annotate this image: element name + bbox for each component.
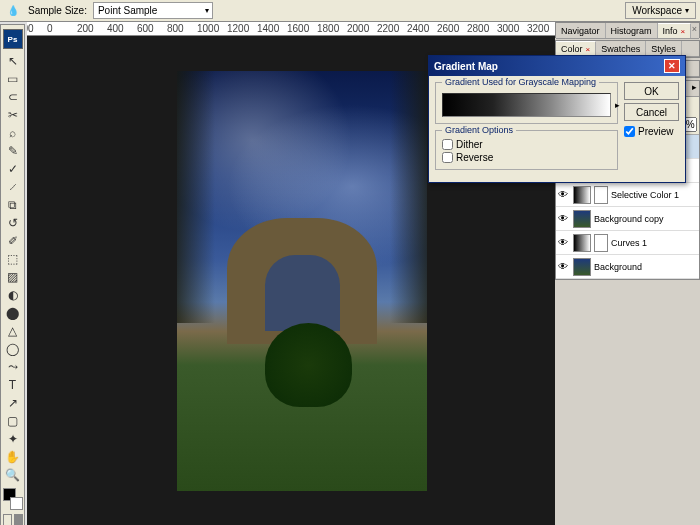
tool-21[interactable]: ✦ (3, 430, 23, 448)
quickmask-icons[interactable] (3, 514, 23, 525)
visibility-icon[interactable]: 👁 (558, 237, 570, 248)
layer-thumb[interactable] (573, 186, 591, 204)
layer-mask[interactable] (594, 234, 608, 252)
tab-color[interactable]: Color× (556, 41, 596, 56)
panel-close-icon[interactable]: × (692, 24, 697, 34)
tab-close-icon[interactable]: × (586, 45, 591, 54)
tool-23[interactable]: 🔍 (3, 466, 23, 484)
layer-name: Curves 1 (611, 238, 697, 248)
workspace-button[interactable]: Workspace (625, 2, 696, 19)
tool-2[interactable]: ⊂ (3, 88, 23, 106)
tool-13[interactable]: ◐ (3, 286, 23, 304)
tool-10[interactable]: ✐ (3, 232, 23, 250)
tool-22[interactable]: ✋ (3, 448, 23, 466)
tab-navigator[interactable]: Navigator (556, 23, 606, 38)
tool-17[interactable]: ⤳ (3, 358, 23, 376)
tool-5[interactable]: ✎ (3, 142, 23, 160)
gradient-preview[interactable] (442, 93, 611, 117)
tool-16[interactable]: ◯ (3, 340, 23, 358)
eyedropper-icon: 💧 (4, 2, 22, 20)
layer-row[interactable]: 👁Background (556, 255, 699, 279)
layer-name: Selective Color 1 (611, 190, 697, 200)
cancel-button[interactable]: Cancel (624, 103, 679, 121)
sample-size-dropdown[interactable]: Point Sample (93, 2, 213, 19)
panel-menu-icon[interactable]: ▸ (692, 82, 697, 92)
tool-3[interactable]: ✂ (3, 106, 23, 124)
tool-6[interactable]: ✓ (3, 160, 23, 178)
navigator-panel: NavigatorHistogramInfo× × (555, 22, 700, 38)
group1-legend: Gradient Used for Grayscale Mapping (442, 77, 599, 87)
tab-swatches[interactable]: Swatches (596, 41, 646, 56)
layer-thumb[interactable] (573, 234, 591, 252)
tool-9[interactable]: ↺ (3, 214, 23, 232)
tool-11[interactable]: ⬚ (3, 250, 23, 268)
visibility-icon[interactable]: 👁 (558, 261, 570, 272)
layer-row[interactable]: 👁Background copy (556, 207, 699, 231)
reverse-checkbox[interactable] (442, 152, 453, 163)
layer-row[interactable]: 👁Curves 1 (556, 231, 699, 255)
gradient-options-group: Gradient Options Dither Reverse (435, 130, 618, 170)
layer-thumb[interactable] (573, 210, 591, 228)
dither-checkbox-row[interactable]: Dither (442, 139, 611, 150)
tab-histogram[interactable]: Histogram (606, 23, 658, 38)
preview-checkbox[interactable] (624, 126, 635, 137)
color-swatches[interactable] (3, 488, 23, 510)
tool-18[interactable]: T (3, 376, 23, 394)
close-icon[interactable]: ✕ (664, 59, 680, 73)
visibility-icon[interactable]: 👁 (558, 213, 570, 224)
dialog-titlebar[interactable]: Gradient Map ✕ (429, 56, 685, 76)
tool-12[interactable]: ▨ (3, 268, 23, 286)
dialog-title-text: Gradient Map (434, 61, 498, 72)
gradient-mapping-group: Gradient Used for Grayscale Mapping (435, 82, 618, 124)
tab-close-icon[interactable]: × (681, 27, 686, 36)
tool-1[interactable]: ▭ (3, 70, 23, 88)
sample-size-value: Point Sample (98, 5, 157, 16)
tab-styles[interactable]: Styles (646, 41, 682, 56)
layer-name: Background copy (594, 214, 697, 224)
reverse-checkbox-row[interactable]: Reverse (442, 152, 611, 163)
layer-mask[interactable] (594, 186, 608, 204)
layer-name: Background (594, 262, 697, 272)
ok-button[interactable]: OK (624, 82, 679, 100)
visibility-icon[interactable]: 👁 (558, 189, 570, 200)
tool-palette: Ps ↖▭⊂✂⌕✎✓⟋⧉↺✐⬚▨◐⬤△◯⤳T↗▢✦✋🔍 (0, 24, 25, 525)
tool-7[interactable]: ⟋ (3, 178, 23, 196)
tool-8[interactable]: ⧉ (3, 196, 23, 214)
tool-4[interactable]: ⌕ (3, 124, 23, 142)
background-color[interactable] (10, 497, 23, 510)
tool-19[interactable]: ↗ (3, 394, 23, 412)
tool-14[interactable]: ⬤ (3, 304, 23, 322)
sample-size-label: Sample Size: (28, 5, 87, 16)
gradient-map-dialog: Gradient Map ✕ Gradient Used for Graysca… (428, 55, 686, 183)
group2-legend: Gradient Options (442, 125, 516, 135)
tool-0[interactable]: ↖ (3, 52, 23, 70)
tool-20[interactable]: ▢ (3, 412, 23, 430)
layer-thumb[interactable] (573, 258, 591, 276)
image-content (177, 71, 427, 491)
layer-row[interactable]: 👁Selective Color 1 (556, 183, 699, 207)
tool-15[interactable]: △ (3, 322, 23, 340)
options-bar: 💧 Sample Size: Point Sample Workspace (0, 0, 700, 22)
tab-info[interactable]: Info× (658, 23, 692, 38)
dither-checkbox[interactable] (442, 139, 453, 150)
preview-checkbox-row[interactable]: Preview (624, 126, 679, 137)
ps-logo: Ps (3, 29, 23, 49)
